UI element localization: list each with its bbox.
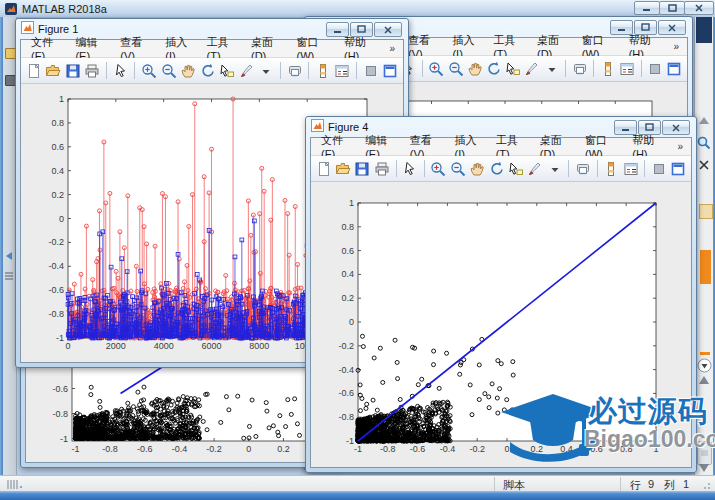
figure-canvas[interactable]: -1-0.8-0.6-0.4-0.200.20.40.60.8110.80.60… bbox=[311, 182, 691, 467]
show-plot-tools-icon[interactable] bbox=[670, 159, 687, 178]
pan-icon[interactable] bbox=[468, 159, 485, 178]
insert-legend-icon[interactable] bbox=[622, 159, 639, 178]
window-close-button[interactable] bbox=[374, 22, 402, 37]
statusbar-grip[interactable] bbox=[7, 480, 23, 489]
zoom-in-icon[interactable] bbox=[140, 61, 158, 80]
scrollbar-thumb[interactable] bbox=[697, 441, 712, 465]
insert-legend-icon[interactable] bbox=[618, 59, 635, 78]
insert-colorbar-icon[interactable] bbox=[599, 59, 616, 78]
rotate-3d-icon[interactable] bbox=[199, 61, 217, 80]
pan-icon[interactable] bbox=[179, 61, 197, 80]
dropdown-arrow-icon[interactable] bbox=[257, 61, 275, 80]
new-file-icon[interactable] bbox=[315, 159, 332, 178]
svg-text:-0.6: -0.6 bbox=[137, 444, 153, 454]
resize-grip[interactable] bbox=[701, 482, 711, 491]
data-cursor-icon[interactable] bbox=[218, 61, 236, 80]
window-maximize-button[interactable] bbox=[638, 120, 661, 135]
editor-bookmark-marker[interactable] bbox=[699, 204, 713, 219]
menu-overflow-chevron[interactable]: » bbox=[677, 141, 683, 152]
editor-warning-marker[interactable] bbox=[700, 250, 711, 284]
main-close-button[interactable] bbox=[684, 1, 714, 15]
insert-colorbar-icon[interactable] bbox=[603, 159, 620, 178]
figure4-window-titlebar[interactable]: Figure 4 bbox=[310, 117, 692, 137]
svg-text:2000: 2000 bbox=[106, 341, 126, 351]
scroll-widget-icon[interactable] bbox=[697, 358, 712, 373]
insert-legend-icon[interactable] bbox=[334, 61, 352, 80]
window-close-button[interactable] bbox=[658, 20, 686, 35]
figure-icon bbox=[311, 118, 324, 136]
svg-text:0: 0 bbox=[246, 444, 251, 454]
search-magnifier-icon[interactable] bbox=[697, 136, 711, 150]
window-minimize-button[interactable] bbox=[326, 22, 349, 37]
zoom-out-icon[interactable] bbox=[447, 59, 464, 78]
save-icon[interactable] bbox=[354, 159, 371, 178]
brush-icon[interactable] bbox=[238, 61, 256, 80]
zoom-out-icon[interactable] bbox=[160, 61, 178, 80]
hide-plot-tools-icon[interactable] bbox=[362, 61, 380, 80]
data-cursor-icon[interactable] bbox=[505, 59, 522, 78]
brush-icon[interactable] bbox=[527, 159, 544, 178]
insert-colorbar-icon[interactable] bbox=[314, 61, 332, 80]
close-marker-icon[interactable] bbox=[699, 160, 709, 170]
rotate-3d-icon[interactable] bbox=[488, 159, 505, 178]
save-icon[interactable] bbox=[64, 61, 82, 80]
svg-text:0.2: 0.2 bbox=[277, 444, 290, 454]
svg-text:0: 0 bbox=[59, 214, 64, 224]
svg-text:4000: 4000 bbox=[154, 341, 174, 351]
show-plot-tools-icon[interactable] bbox=[666, 59, 683, 78]
pointer-icon[interactable] bbox=[401, 159, 418, 178]
list-icon[interactable] bbox=[4, 267, 14, 277]
hide-plot-tools-icon[interactable] bbox=[650, 159, 667, 178]
dropdown-arrow-icon[interactable] bbox=[543, 59, 560, 78]
svg-text:1: 1 bbox=[653, 444, 658, 454]
hide-plot-tools-icon[interactable] bbox=[647, 59, 664, 78]
window-minimize-button[interactable] bbox=[610, 20, 633, 35]
menu-overflow-chevron[interactable]: » bbox=[389, 43, 395, 54]
figure1-window-titlebar[interactable]: Figure 1 bbox=[20, 19, 404, 39]
window-minimize-button[interactable] bbox=[614, 120, 637, 135]
toolbar-separator bbox=[134, 62, 135, 79]
scroll-top-arrow-icon[interactable] bbox=[699, 117, 709, 124]
zoom-out-icon[interactable] bbox=[449, 159, 466, 178]
pointer-icon[interactable] bbox=[112, 61, 130, 80]
svg-text:0.8: 0.8 bbox=[620, 444, 633, 454]
toolbar-separator bbox=[280, 62, 281, 79]
link-plot-icon[interactable] bbox=[286, 61, 304, 80]
main-minimize-button[interactable] bbox=[634, 1, 660, 15]
menu-overflow-chevron[interactable]: » bbox=[673, 41, 679, 52]
brush-icon[interactable] bbox=[524, 59, 541, 78]
window-maximize-button[interactable] bbox=[634, 20, 657, 35]
pan-icon[interactable] bbox=[466, 59, 483, 78]
open-file-icon[interactable] bbox=[334, 159, 351, 178]
rotate-3d-icon[interactable] bbox=[485, 59, 502, 78]
figure4-window[interactable]: Figure 4文件(F)编辑(E)查看(V)插入(I)工具(T)桌面(D)窗口… bbox=[305, 116, 697, 473]
zoom-in-icon[interactable] bbox=[430, 159, 447, 178]
svg-text:0: 0 bbox=[504, 444, 509, 454]
link-plot-icon[interactable] bbox=[571, 59, 588, 78]
link-plot-icon[interactable] bbox=[574, 159, 591, 178]
open-file-icon[interactable] bbox=[45, 61, 63, 80]
scrollbar-down-arrow[interactable] bbox=[699, 464, 709, 472]
svg-text:0.6: 0.6 bbox=[341, 246, 354, 256]
print-icon[interactable] bbox=[84, 61, 102, 80]
figure4-window-body: 文件(F)编辑(E)查看(V)插入(I)工具(T)桌面(D)窗口(W)帮助(H)… bbox=[310, 137, 692, 468]
scrollbar-up-arrow[interactable] bbox=[699, 376, 709, 384]
line-number: 9 bbox=[648, 478, 654, 490]
svg-text:-0.8: -0.8 bbox=[52, 409, 68, 419]
editor-warning-marker[interactable] bbox=[700, 352, 710, 355]
toolbar-separator bbox=[597, 160, 598, 177]
new-file-icon[interactable] bbox=[25, 61, 43, 80]
editor-navy-block bbox=[696, 17, 712, 43]
data-cursor-icon[interactable] bbox=[507, 159, 524, 178]
print-icon[interactable] bbox=[373, 159, 390, 178]
status-separator bbox=[494, 477, 495, 491]
toolbar-separator bbox=[644, 160, 645, 177]
svg-text:0.4: 0.4 bbox=[341, 269, 354, 279]
main-maximize-button[interactable] bbox=[659, 1, 685, 15]
show-plot-tools-icon[interactable] bbox=[382, 61, 400, 80]
window-maximize-button[interactable] bbox=[350, 22, 373, 37]
collapse-panel-icon[interactable] bbox=[4, 247, 14, 257]
dropdown-arrow-icon[interactable] bbox=[546, 159, 563, 178]
window-close-button[interactable] bbox=[662, 120, 690, 135]
zoom-in-icon[interactable] bbox=[428, 59, 445, 78]
